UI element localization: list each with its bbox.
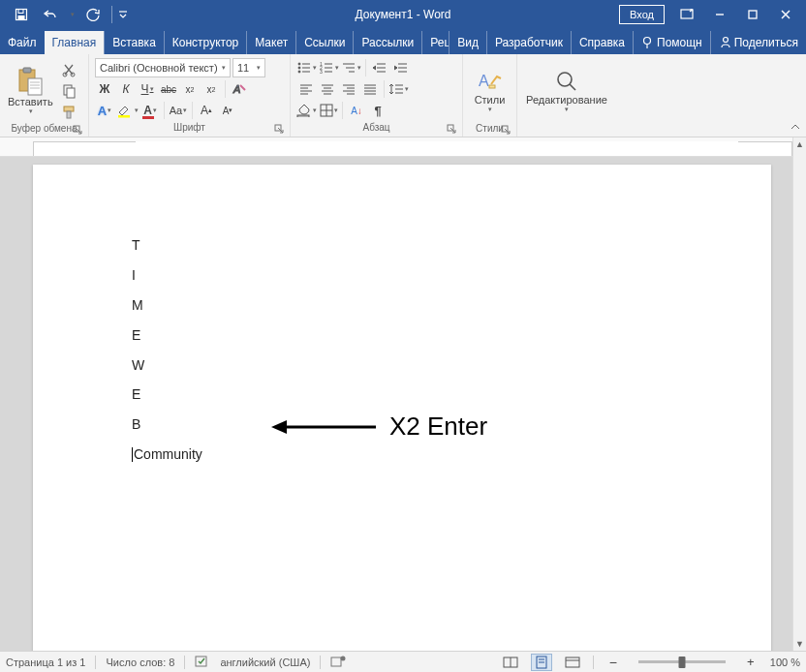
zoom-out-button[interactable]: − <box>604 653 623 672</box>
highlight-color-icon[interactable]: ▾ <box>116 101 139 120</box>
ribbon-display-options-icon[interactable] <box>670 1 703 28</box>
justify-icon[interactable] <box>360 79 380 99</box>
grow-font-icon[interactable]: A▴ <box>197 101 216 120</box>
text-line: I <box>132 266 672 285</box>
styles-button[interactable]: A Стили ▾ <box>469 58 512 122</box>
save-icon[interactable] <box>8 3 35 26</box>
strikethrough-button[interactable]: abc <box>159 79 178 99</box>
view-web-layout-icon[interactable] <box>562 654 583 671</box>
tab-developer[interactable]: Разработчик <box>486 31 571 54</box>
svg-line-77 <box>570 84 575 90</box>
bullets-icon[interactable]: ▾ <box>296 58 317 77</box>
tab-design[interactable]: Конструктор <box>164 31 246 54</box>
line-spacing-icon[interactable]: ▾ <box>388 79 409 99</box>
tab-references[interactable]: Ссылки <box>295 31 353 54</box>
tab-home[interactable]: Главная <box>45 31 105 54</box>
ribbon: Вставить ▾ Буфер обмена <box>0 54 806 137</box>
vertical-scrollbar[interactable]: ▲ ▼ <box>792 137 806 651</box>
status-language[interactable]: английский (США) <box>220 657 310 668</box>
editing-button[interactable]: Редактирование ▾ <box>524 58 609 122</box>
find-icon <box>554 69 579 94</box>
status-word-count[interactable]: Число слов: 8 <box>106 657 174 668</box>
svg-rect-21 <box>67 88 75 98</box>
document-body[interactable]: T I M E W E B Community <box>132 236 672 464</box>
qat-customize-icon[interactable] <box>117 3 129 26</box>
underline-button[interactable]: Ч▾ <box>138 79 157 99</box>
styles-dialog-launcher-icon[interactable] <box>501 125 511 135</box>
multilevel-list-icon[interactable]: ▾ <box>341 58 361 77</box>
clear-formatting-icon[interactable]: A <box>230 79 249 99</box>
tab-help[interactable]: Справка <box>571 31 633 54</box>
svg-point-82 <box>341 656 346 660</box>
change-case-icon[interactable]: Aa▾ <box>169 101 188 120</box>
tab-mailings[interactable]: Рассылки <box>353 31 421 54</box>
cut-icon[interactable] <box>59 60 78 79</box>
sort-icon[interactable]: A↓ <box>347 101 366 120</box>
copy-icon[interactable] <box>59 81 78 101</box>
paste-button[interactable]: Вставить ▾ <box>6 58 55 122</box>
font-size-combo[interactable]: 11▾ <box>232 58 265 77</box>
document-area[interactable]: T I M E W E B Community <box>0 157 792 651</box>
tab-share[interactable]: Поделиться <box>710 31 806 54</box>
scroll-up-icon[interactable]: ▲ <box>793 137 807 151</box>
text-line: M <box>132 296 672 315</box>
borders-icon[interactable]: ▾ <box>319 101 338 120</box>
status-bar: Страница 1 из 1 Число слов: 8 английский… <box>0 651 806 672</box>
group-font-title: Шрифт <box>173 122 205 133</box>
undo-dropdown-icon[interactable]: ▾ <box>66 3 78 26</box>
align-center-icon[interactable] <box>318 79 337 99</box>
increase-indent-icon[interactable] <box>391 58 411 77</box>
svg-rect-6 <box>749 11 757 18</box>
quick-access-toolbar: ▾ <box>4 3 129 26</box>
font-name-combo[interactable]: Calibri (Основной текст)▾ <box>95 58 231 77</box>
font-color-icon[interactable]: A▾ <box>140 101 160 120</box>
minimize-icon[interactable] <box>703 1 736 28</box>
zoom-slider[interactable] <box>638 660 726 663</box>
zoom-level[interactable]: 100 % <box>770 657 800 668</box>
svg-rect-2 <box>18 15 25 20</box>
zoom-slider-thumb[interactable] <box>678 657 685 668</box>
tab-view[interactable]: Вид <box>449 31 486 54</box>
proofing-icon[interactable] <box>195 655 210 670</box>
window-controls <box>703 1 802 28</box>
show-marks-icon[interactable]: ¶ <box>368 101 388 120</box>
format-painter-icon[interactable] <box>59 103 78 122</box>
svg-rect-13 <box>23 68 31 73</box>
view-read-mode-icon[interactable] <box>500 654 521 671</box>
italic-button[interactable]: К <box>116 79 136 99</box>
align-right-icon[interactable] <box>339 79 358 99</box>
svg-rect-80 <box>196 657 206 666</box>
horizontal-ruler[interactable] <box>0 137 806 157</box>
paragraph-dialog-launcher-icon[interactable] <box>447 124 456 134</box>
shading-icon[interactable]: ▾ <box>296 101 317 120</box>
superscript-button[interactable]: x2 <box>202 79 221 99</box>
clipboard-dialog-launcher-icon[interactable] <box>73 125 82 135</box>
font-dialog-launcher-icon[interactable] <box>274 124 284 134</box>
subscript-button[interactable]: x2 <box>180 79 200 99</box>
sign-in-button[interactable]: Вход <box>619 5 665 24</box>
close-icon[interactable] <box>769 1 802 28</box>
zoom-in-button[interactable]: + <box>741 653 760 672</box>
status-page[interactable]: Страница 1 из 1 <box>6 657 85 668</box>
text-effects-icon[interactable]: A▾ <box>95 101 114 120</box>
undo-icon[interactable] <box>37 3 64 26</box>
tab-layout[interactable]: Макет <box>246 31 295 54</box>
align-left-icon[interactable] <box>296 79 316 99</box>
view-print-layout-icon[interactable] <box>531 654 552 671</box>
shrink-font-icon[interactable]: A▾ <box>218 101 237 120</box>
scrollbar-track[interactable] <box>793 151 807 637</box>
collapse-ribbon-icon[interactable] <box>789 121 802 135</box>
tab-file[interactable]: Файл <box>0 31 45 54</box>
decrease-indent-icon[interactable] <box>370 58 389 77</box>
redo-icon[interactable] <box>79 3 107 26</box>
numbering-icon[interactable]: 123▾ <box>319 58 339 77</box>
tab-tell-me[interactable]: Помощн <box>633 31 710 54</box>
macro-record-icon[interactable] <box>330 655 346 670</box>
tab-review[interactable]: Рецензирование <box>421 31 449 54</box>
bold-button[interactable]: Ж <box>95 79 114 99</box>
scroll-down-icon[interactable]: ▼ <box>793 637 807 651</box>
group-editing: Редактирование ▾ <box>517 54 616 137</box>
maximize-icon[interactable] <box>736 1 769 28</box>
text-line: B <box>132 415 672 434</box>
tab-insert[interactable]: Вставка <box>104 31 164 54</box>
